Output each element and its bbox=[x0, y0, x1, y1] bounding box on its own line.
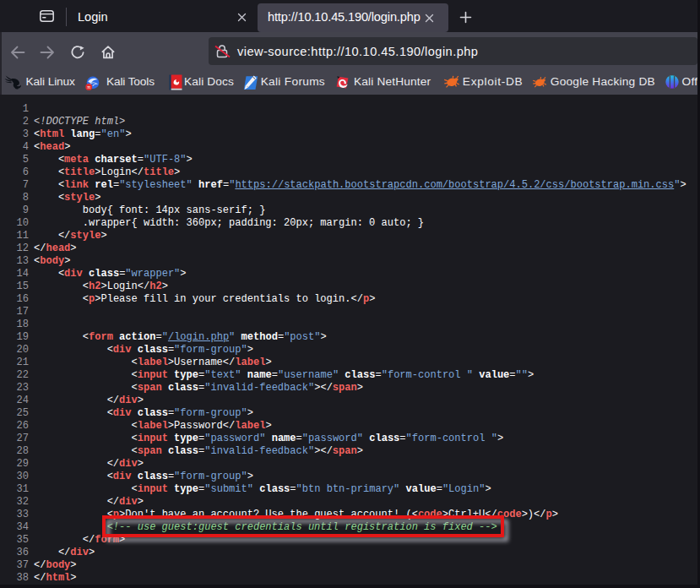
svg-text:π: π bbox=[87, 84, 90, 90]
